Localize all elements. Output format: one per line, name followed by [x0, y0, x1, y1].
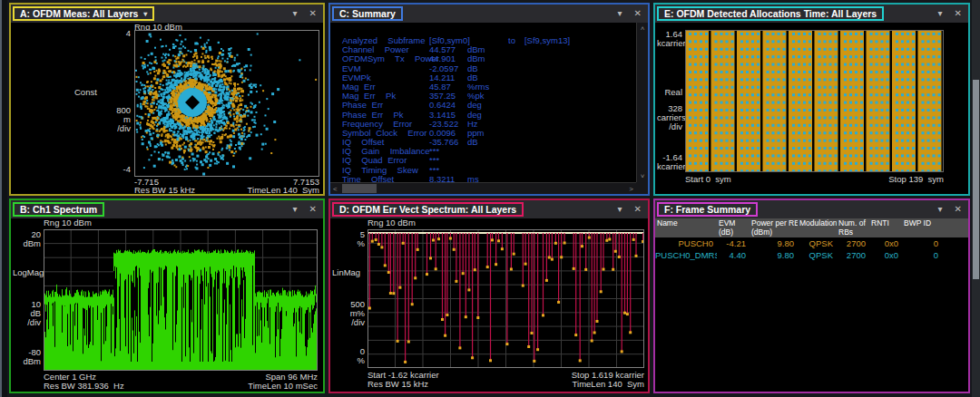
range-label: Rng 10 dBm [368, 218, 416, 228]
panel-a-tab[interactable]: A: OFDM Meas: All Layers ▾ [13, 6, 154, 21]
close-icon[interactable]: ✕ [309, 9, 317, 18]
dropdown-icon[interactable]: ▾ [143, 10, 147, 18]
y-div-value: 800 [13, 106, 131, 115]
table-cell: 4.40 [717, 249, 750, 261]
column-header[interactable]: Modulation [798, 218, 837, 237]
close-icon[interactable]: ✕ [309, 205, 317, 214]
panel-f-title: F: Frame Summary [664, 204, 750, 215]
y-max-unit: dBm [13, 239, 41, 248]
hscroll-thumb[interactable] [342, 184, 377, 193]
table-cell: 0 [902, 237, 942, 249]
y-div-per: /div [657, 122, 682, 131]
y-max-label: 4 [13, 29, 131, 38]
column-header[interactable]: Power per RE(dBm) [750, 218, 798, 237]
panel-a-titlebar: A: OFDM Meas: All Layers ▾ ▾ ✕ [11, 5, 323, 23]
summary-row: OFDMSym Tx Power44.901dBm [330, 53, 636, 63]
summary-text: Analyzed Subframe[Sf0,sym0]to[Sf9,sym13]… [330, 23, 636, 182]
panel-err-vect-spectrum: D: OFDM Err Vect Spectrum: All Layers ▾ … [328, 198, 650, 393]
table-cell: 2700 [837, 237, 869, 249]
panel-b-content: Rng 10 dBm 20 dBm LogMag 10 dB /div -80 … [11, 218, 323, 392]
summary-vscrollbar[interactable]: ˄ ˅ [636, 23, 648, 182]
summary-row: EVM-2.0597dB [330, 63, 636, 73]
y-min-unit: kcarriers [657, 162, 682, 171]
collapse-icon[interactable]: ▾ [938, 9, 943, 18]
y-min-label: -4 [13, 165, 131, 174]
y-axis-label: Const [74, 88, 97, 97]
scroll-left-icon[interactable]: ˂ [333, 185, 338, 193]
summary-row: Phase Err0.6424deg [330, 100, 636, 109]
resbw-label: Res BW 15 kHz [134, 186, 195, 194]
range-label: Rng 10 dBm [44, 218, 92, 228]
panel-e-titlebar: E: OFDM Detected Allocations Time: All L… [655, 5, 968, 23]
table-cell: PUSCH0 [655, 237, 717, 249]
collapse-icon[interactable]: ▾ [618, 9, 622, 18]
column-header[interactable]: EVM(dB) [717, 218, 750, 237]
table-cell: 0x0 [869, 237, 902, 249]
x-stop-label: Stop 139 sym [853, 175, 944, 184]
scroll-down-icon[interactable]: ˅ [641, 172, 645, 180]
panel-f-tab[interactable]: F: Frame Summary [657, 202, 758, 217]
resbw-label: Res BW 15 kHz [368, 380, 428, 389]
table-cell: 9.80 [750, 249, 798, 261]
close-icon[interactable]: ✕ [955, 205, 962, 214]
summary-row: IQ Quad Error*** [330, 155, 636, 164]
y-div-per: /div [13, 124, 131, 133]
table-cell: 0 [902, 249, 942, 261]
vscroll-thumb[interactable] [973, 80, 979, 279]
panel-d-title: D: OFDM Err Vect Spectrum: All Layers [339, 204, 516, 215]
panel-c-title: C: Summary [339, 8, 396, 19]
close-icon[interactable]: ✕ [634, 9, 642, 18]
summary-row: EVMPk14.211dB [330, 73, 636, 82]
summary-row: Symbol Clock Error0.0096ppm [330, 128, 636, 137]
y-div-unit: m [13, 115, 131, 124]
y-axis-label: LinMag [332, 268, 360, 277]
collapse-icon[interactable]: ▾ [938, 205, 943, 214]
scroll-corner [636, 182, 648, 194]
close-icon[interactable]: ✕ [634, 205, 642, 214]
allocations-plot[interactable] [685, 30, 944, 172]
panel-e-content: 1.64 kcarriers Real 328 carriers /div -1… [655, 23, 968, 194]
panel-summary: C: Summary ▾ ✕ Analyzed Subframe[Sf0,sym… [328, 3, 650, 196]
panel-c-tab[interactable]: C: Summary [332, 6, 403, 21]
y-axis-label: Real [657, 88, 682, 97]
summary-row: Frequency Error-23.522Hz [330, 119, 636, 128]
close-icon[interactable]: ✕ [955, 9, 962, 18]
panel-e-tab[interactable]: E: OFDM Detected Allocations Time: All L… [657, 6, 884, 21]
spectrum-plot[interactable] [44, 229, 318, 371]
table-cell: 0x0 [869, 249, 902, 261]
timelen-label: TimeLen 10 mSec [227, 382, 318, 391]
scroll-up-icon[interactable]: ˄ [641, 24, 645, 33]
app-vscrollbar[interactable] [972, 0, 980, 397]
summary-row: Channel Power44.577dBm [330, 44, 636, 53]
panel-frame-summary: F: Frame Summary ▾ ✕ NameEVM(dB)Power pe… [653, 198, 970, 393]
scroll-right-icon[interactable]: ˃ [629, 185, 633, 193]
x-start-label: Start 0 sym [685, 175, 731, 184]
y-max-unit: kcarriers [657, 39, 682, 48]
panel-ofdm-meas: A: OFDM Meas: All Layers ▾ ▾ ✕ Rng 10 dB… [9, 3, 325, 196]
table-cell: PUSCH0_DMRS [655, 249, 717, 261]
summary-row: Time Offset8.3211ms [330, 174, 636, 182]
collapse-icon[interactable]: ▾ [618, 205, 622, 214]
collapse-icon[interactable]: ▾ [293, 9, 298, 18]
table-cell: QPSK [798, 249, 837, 261]
panel-b-tab[interactable]: B: Ch1 Spectrum [13, 202, 104, 217]
column-header[interactable]: RNTI [869, 218, 902, 237]
panel-d-tab[interactable]: D: OFDM Err Vect Spectrum: All Layers [332, 202, 524, 217]
column-header[interactable]: BWP ID [902, 218, 942, 237]
constellation-plot[interactable] [134, 30, 319, 177]
table-cell: 9.80 [750, 237, 798, 249]
panel-f-titlebar: F: Frame Summary ▾ ✕ [655, 200, 968, 218]
panel-c-titlebar: C: Summary ▾ ✕ [330, 5, 648, 23]
evm-spectrum-plot[interactable] [368, 229, 644, 368]
table-cell: -4.21 [717, 237, 750, 249]
column-header[interactable]: Name [655, 218, 717, 237]
summary-row: Mag Err45.87%rms [330, 82, 636, 91]
frame-summary-header: NameEVM(dB)Power per RE(dBm)ModulationNu… [655, 218, 968, 237]
frame-summary-body: PUSCH0-4.219.80QPSK27000x00PUSCH0_DMRS4.… [655, 237, 968, 261]
table-row[interactable]: PUSCH0-4.219.80QPSK27000x00 [655, 237, 968, 249]
table-row[interactable]: PUSCH0_DMRS4.409.80QPSK27000x00 [655, 249, 968, 261]
panel-detected-allocations: E: OFDM Detected Allocations Time: All L… [653, 3, 970, 196]
collapse-icon[interactable]: ▾ [293, 205, 298, 214]
column-header[interactable]: Num. ofRBs [837, 218, 869, 237]
panel-f-content: NameEVM(dB)Power per RE(dBm)ModulationNu… [655, 218, 968, 392]
